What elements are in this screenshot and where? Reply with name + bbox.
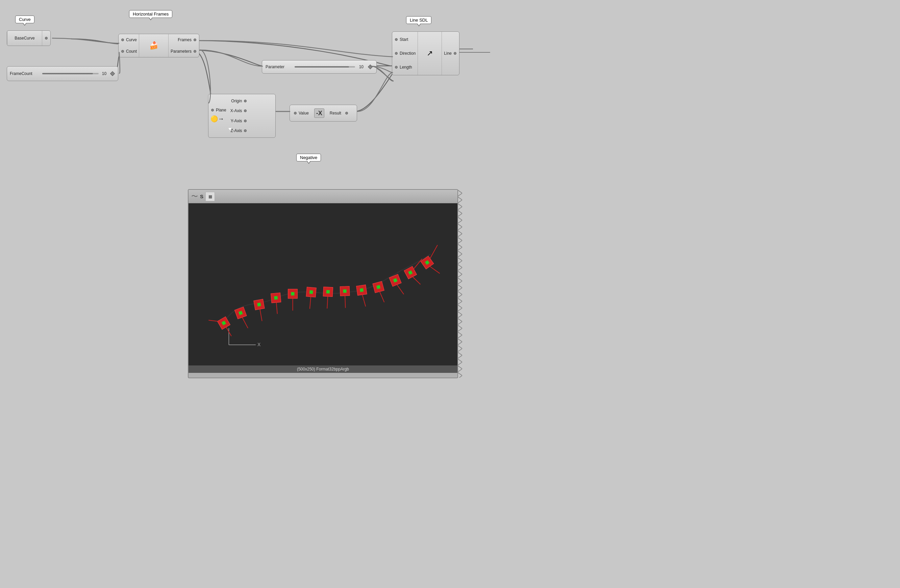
svg-line-28: [345, 296, 345, 308]
svg-rect-15: [274, 296, 278, 299]
framecount-slider[interactable]: FrameCount 10: [7, 66, 118, 81]
sdl-len-row: Length: [394, 65, 416, 70]
hf-frames-port-row: Frames: [171, 37, 197, 42]
hf-frames-out-dot: [194, 39, 196, 41]
sdl-dir-row: Direction: [394, 51, 416, 56]
horizontal-frames-node[interactable]: Curve Count 🍰 Frames Parameters: [118, 34, 199, 57]
negative-node[interactable]: Value -X Result: [290, 105, 357, 122]
dp-xaxis-dot: [244, 109, 247, 112]
hf-count-label: Count: [126, 49, 137, 54]
parameter-value: 10: [359, 65, 363, 69]
svg-rect-12: [257, 303, 261, 307]
svg-rect-24: [326, 290, 330, 293]
hf-params-port-row: Parameters: [171, 49, 197, 54]
sdl-line-label: Line: [444, 51, 452, 56]
viewport-canvas: X: [189, 203, 458, 365]
parameter-slider-node[interactable]: Parameter 10: [262, 60, 377, 74]
neg-result-label: Result: [330, 111, 341, 115]
neg-result-port-row: Result: [330, 111, 349, 115]
svg-rect-21: [309, 290, 313, 294]
neg-value-port-row: Value: [293, 111, 312, 115]
slider-track[interactable]: [42, 73, 99, 74]
neg-value-label: Value: [299, 111, 309, 115]
viewport-icon-box[interactable]: ▦: [205, 192, 215, 201]
hf-curve-port-row: Curve: [121, 37, 137, 42]
svg-rect-27: [343, 289, 347, 293]
svg-rect-18: [291, 292, 294, 296]
dp-plane-in-dot: [211, 109, 214, 112]
sdl-line-row: Line: [444, 51, 457, 56]
hf-curve-label: Curve: [126, 37, 137, 42]
sdl-dir-label: Direction: [400, 51, 416, 56]
base-curve-label: BaseCurve: [14, 36, 34, 40]
sound-icon: 〜: [191, 192, 198, 201]
hf-params-label: Parameters: [171, 49, 192, 54]
dp-origin-label: Origin: [231, 99, 242, 103]
negative-label: Negative: [296, 154, 321, 161]
framecount-label: FrameCount: [10, 71, 40, 76]
deconstruct-plane-node[interactable]: Plane 🟡→ Origin X-Axis Y-Axis Z-Axis: [208, 94, 276, 138]
framecount-out-diamond: [110, 71, 115, 76]
sdl-start-in-dot: [395, 38, 398, 41]
dp-zaxis-row: Z-Axis: [230, 128, 248, 133]
hf-count-in-dot: [121, 50, 124, 53]
svg-rect-30: [360, 288, 363, 292]
hf-frames-label: Frames: [178, 37, 192, 42]
viewport-s-label: S: [200, 194, 203, 199]
hf-count-port-row: Count: [121, 49, 137, 54]
curve-label: Curve: [15, 16, 34, 23]
parameter-out-diamond: [368, 65, 372, 69]
dp-icon: 🟡→: [211, 115, 227, 123]
viewport-icon: ▦: [208, 194, 212, 199]
parameter-label: Parameter: [265, 65, 293, 69]
line-sdl-label: Line SDL: [406, 16, 431, 24]
neg-result-dot: [345, 112, 348, 115]
dp-origin-row: Origin: [230, 99, 248, 103]
sdl-len-label: Length: [400, 65, 412, 70]
hf-curve-in-dot: [121, 39, 124, 41]
dp-zaxis-label: Z-Axis: [230, 128, 242, 133]
dp-plane-label: Plane: [216, 108, 227, 112]
horizontal-frames-label: Horizontal Frames: [129, 10, 172, 18]
sdl-line-out-dot: [454, 52, 456, 55]
neg-icon: -X: [314, 109, 324, 118]
viewport-panel: 〜 S ▦ X: [188, 189, 458, 378]
dp-xaxis-label: X-Axis: [230, 109, 242, 113]
svg-text:X: X: [258, 342, 261, 347]
viewport-footer: (500x250) Format32bppArgb: [189, 365, 458, 373]
sdl-icon: ↗: [427, 49, 433, 58]
dp-plane-port-row: Plane: [211, 108, 227, 112]
viewport-header: 〜 S ▦: [189, 190, 458, 203]
sdl-start-label: Start: [400, 37, 408, 42]
framecount-value: 10: [102, 71, 106, 76]
hf-icon: 🍰: [149, 41, 158, 50]
parameter-track[interactable]: [295, 66, 355, 68]
dp-yaxis-row: Y-Axis: [230, 119, 248, 123]
hf-params-out-dot: [194, 50, 196, 53]
dp-zaxis-dot: [244, 129, 247, 132]
base-curve-out-port: [45, 37, 48, 40]
dp-yaxis-label: Y-Axis: [231, 119, 242, 123]
sdl-dir-in-dot: [395, 52, 398, 55]
line-sdl-node[interactable]: Start Direction Length ↗ Line: [392, 31, 459, 75]
base-curve-node[interactable]: BaseCurve: [7, 30, 51, 46]
dp-origin-dot: [244, 99, 247, 102]
sdl-len-in-dot: [395, 66, 398, 68]
dp-yaxis-dot: [244, 119, 247, 122]
sdl-start-row: Start: [394, 37, 416, 42]
dp-xaxis-row: X-Axis: [230, 109, 248, 113]
neg-value-in-dot: [294, 112, 296, 115]
